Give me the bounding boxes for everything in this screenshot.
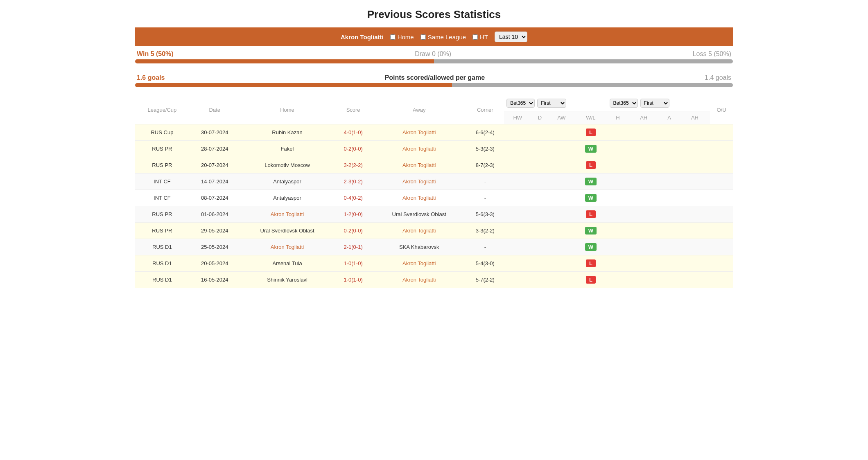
date-cell: 01-06-2024	[189, 206, 240, 223]
score-cell: 1-0(1-0)	[334, 255, 372, 272]
wl-cell: L	[574, 157, 607, 174]
table-row: INT CF 14-07-2024 Antalyaspor 2-3(0-2) A…	[135, 174, 733, 190]
ah1-cell	[628, 223, 659, 239]
first-select-1[interactable]: First Second	[537, 99, 566, 108]
ah2-cell	[680, 272, 710, 288]
d-cell	[531, 223, 548, 239]
corner-cell: 3-3(2-2)	[466, 223, 504, 239]
ou-cell	[710, 206, 733, 223]
wl-cell: L	[574, 255, 607, 272]
same-league-checkbox[interactable]	[420, 34, 426, 40]
wdl-progress-bar	[135, 59, 733, 63]
home-cell: Shinnik Yaroslavl	[240, 272, 335, 288]
ht-checkbox[interactable]	[472, 34, 478, 40]
home-cell[interactable]: Akron Togliatti	[240, 206, 335, 223]
league-cell: INT CF	[135, 174, 189, 190]
hw-cell	[504, 223, 531, 239]
ou-cell	[710, 190, 733, 206]
col-ou: O/U	[710, 95, 733, 124]
league-cell: RUS Cup	[135, 124, 189, 141]
away-cell[interactable]: Akron Togliatti	[372, 141, 466, 157]
col-ah2: AH	[680, 111, 710, 124]
away-cell[interactable]: Akron Togliatti	[372, 255, 466, 272]
a-cell	[659, 190, 680, 206]
ah2-cell	[680, 255, 710, 272]
ah1-cell	[628, 141, 659, 157]
bet365-select-2[interactable]: Bet365 Other	[610, 99, 638, 108]
goals-allowed-label: 1.4 goals	[705, 74, 731, 81]
corner-cell: 5-4(3-0)	[466, 255, 504, 272]
last-games-select[interactable]: Last 10 Last 5 Last 20	[495, 32, 527, 42]
ah2-cell	[680, 190, 710, 206]
aw-cell	[548, 124, 574, 141]
team-name: Akron Togliatti	[341, 34, 384, 41]
first-select-2[interactable]: First Second	[640, 99, 669, 108]
corner-cell: -	[466, 174, 504, 190]
wl-cell: W	[574, 223, 607, 239]
hw-cell	[504, 141, 531, 157]
ou-cell	[710, 157, 733, 174]
col-d: D	[531, 111, 548, 124]
home-cell: Lokomotiv Moscow	[240, 157, 335, 174]
wl-cell: W	[574, 174, 607, 190]
d-cell	[531, 239, 548, 255]
home-cell[interactable]: Akron Togliatti	[240, 239, 335, 255]
table-row: INT CF 08-07-2024 Antalyaspor 0-4(0-2) A…	[135, 190, 733, 206]
ou-cell	[710, 223, 733, 239]
a-cell	[659, 255, 680, 272]
corner-cell: 5-3(2-3)	[466, 141, 504, 157]
date-cell: 25-05-2024	[189, 239, 240, 255]
hw-cell	[504, 124, 531, 141]
h-cell	[607, 239, 629, 255]
ht-checkbox-label[interactable]: HT	[472, 34, 488, 41]
col-corner: Corner	[466, 95, 504, 124]
page-title: Previous Scores Statistics	[135, 8, 733, 21]
ah2-cell	[680, 174, 710, 190]
away-cell[interactable]: Akron Togliatti	[372, 223, 466, 239]
a-cell	[659, 206, 680, 223]
d-cell	[531, 206, 548, 223]
home-cell: Arsenal Tula	[240, 255, 335, 272]
a-cell	[659, 141, 680, 157]
score-cell: 2-1(0-1)	[334, 239, 372, 255]
date-cell: 20-05-2024	[189, 255, 240, 272]
result-badge-l: L	[586, 276, 596, 284]
date-cell: 14-07-2024	[189, 174, 240, 190]
score-cell: 4-0(1-0)	[334, 124, 372, 141]
away-cell[interactable]: Akron Togliatti	[372, 174, 466, 190]
away-cell[interactable]: Akron Togliatti	[372, 157, 466, 174]
home-checkbox[interactable]	[390, 34, 396, 40]
home-checkbox-label[interactable]: Home	[390, 34, 414, 41]
league-cell: RUS PR	[135, 223, 189, 239]
col-a: A	[659, 111, 680, 124]
date-cell: 29-05-2024	[189, 223, 240, 239]
bet-group-2-header: Bet365 Other First Second	[607, 95, 710, 111]
home-cell: Antalyaspor	[240, 174, 335, 190]
col-away: Away	[372, 95, 466, 124]
loss-progress	[434, 59, 733, 63]
aw-cell	[548, 157, 574, 174]
corner-cell: -	[466, 190, 504, 206]
same-league-checkbox-label[interactable]: Same League	[420, 34, 466, 41]
a-cell	[659, 124, 680, 141]
goals-stats-row: 1.6 goals Points scored/allowed per game…	[135, 70, 733, 83]
header-bar: Akron Togliatti Home Same League HT Last…	[135, 27, 733, 46]
bet365-select-1[interactable]: Bet365 Other	[506, 99, 535, 108]
table-row: RUS PR 28-07-2024 Fakel 0-2(0-0) Akron T…	[135, 141, 733, 157]
wdl-stats-row: Win 5 (50%) Draw 0 (0%) Loss 5 (50%)	[135, 46, 733, 59]
aw-cell	[548, 255, 574, 272]
ou-cell	[710, 141, 733, 157]
table-row: RUS D1 20-05-2024 Arsenal Tula 1-0(1-0) …	[135, 255, 733, 272]
corner-cell: -	[466, 239, 504, 255]
table-row: RUS PR 29-05-2024 Ural Sverdlovsk Oblast…	[135, 223, 733, 239]
result-badge-w: W	[585, 227, 597, 235]
league-cell: RUS D1	[135, 255, 189, 272]
league-cell: RUS D1	[135, 239, 189, 255]
table-row: RUS PR 20-07-2024 Lokomotiv Moscow 3-2(2…	[135, 157, 733, 174]
away-cell[interactable]: Akron Togliatti	[372, 190, 466, 206]
league-cell: RUS D1	[135, 272, 189, 288]
away-cell[interactable]: Akron Togliatti	[372, 124, 466, 141]
away-cell[interactable]: Akron Togliatti	[372, 272, 466, 288]
ou-cell	[710, 124, 733, 141]
hw-cell	[504, 272, 531, 288]
